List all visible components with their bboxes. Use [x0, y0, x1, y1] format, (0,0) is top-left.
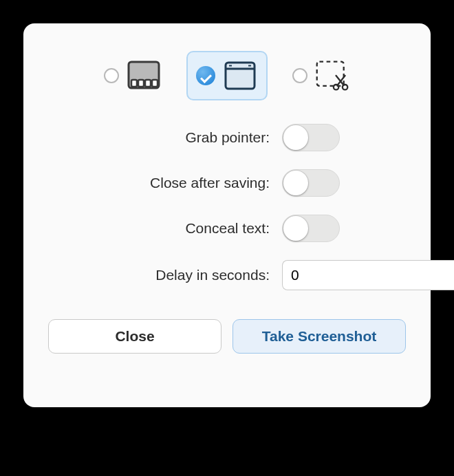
mode-screen[interactable]	[94, 51, 171, 100]
switch-knob	[283, 216, 308, 241]
mode-window[interactable]	[186, 51, 268, 100]
switch-knob	[283, 171, 308, 195]
grab-pointer-label: Grab pointer:	[48, 129, 270, 146]
dialog-buttons: Close Take Screenshot	[48, 319, 406, 354]
conceal-text-switch[interactable]	[282, 215, 340, 242]
mode-selection[interactable]	[283, 51, 360, 100]
screen-icon	[126, 59, 162, 92]
grab-pointer-switch[interactable]	[282, 124, 340, 151]
svg-rect-4	[152, 80, 158, 87]
delay-input[interactable]	[282, 260, 454, 290]
close-after-saving-label: Close after saving:	[48, 175, 270, 191]
selection-scissors-icon	[314, 59, 350, 92]
screenshot-dialog: Grab pointer: Close after saving: Concea…	[23, 23, 431, 407]
switch-knob	[283, 125, 308, 150]
conceal-text-label: Conceal text:	[48, 220, 270, 237]
mode-selection-radio[interactable]	[292, 68, 307, 83]
close-after-saving-switch[interactable]	[282, 169, 340, 197]
delay-label: Delay in seconds:	[48, 267, 270, 283]
svg-line-13	[336, 76, 344, 85]
capture-mode-row	[48, 51, 406, 100]
svg-rect-2	[138, 80, 144, 87]
options-grid: Grab pointer: Close after saving: Concea…	[48, 124, 399, 290]
svg-rect-1	[131, 80, 137, 87]
window-icon	[222, 59, 258, 92]
svg-rect-3	[145, 80, 151, 87]
mode-screen-radio[interactable]	[104, 68, 119, 83]
delay-stepper: − +	[282, 260, 399, 290]
take-screenshot-button[interactable]: Take Screenshot	[233, 319, 406, 354]
mode-window-radio[interactable]	[196, 66, 215, 85]
close-button[interactable]: Close	[48, 319, 221, 354]
svg-rect-5	[226, 63, 255, 89]
